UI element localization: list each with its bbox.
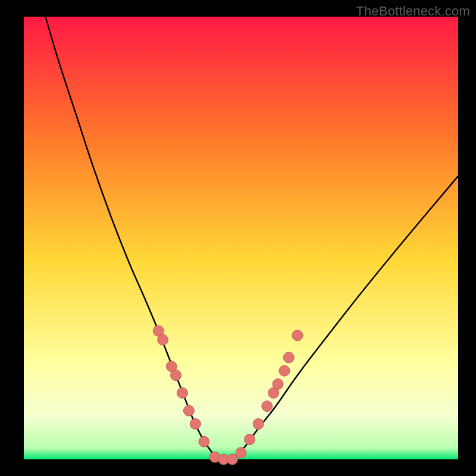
data-marker	[199, 436, 209, 447]
data-marker	[190, 418, 201, 429]
chart-stage: TheBottleneck.com	[0, 0, 476, 476]
data-marker	[292, 330, 303, 341]
data-marker	[183, 405, 194, 416]
data-marker	[273, 379, 283, 390]
bottleneck-chart	[0, 0, 476, 476]
data-marker	[245, 434, 255, 445]
plot-area	[24, 17, 458, 459]
data-marker	[227, 454, 237, 465]
watermark-text: TheBottleneck.com	[356, 4, 470, 19]
data-marker	[262, 401, 273, 412]
data-marker	[158, 334, 168, 345]
data-marker	[171, 370, 181, 381]
data-marker	[177, 387, 187, 398]
data-marker	[283, 352, 294, 363]
data-marker	[236, 447, 246, 458]
data-marker	[253, 418, 264, 429]
data-marker	[279, 365, 290, 376]
